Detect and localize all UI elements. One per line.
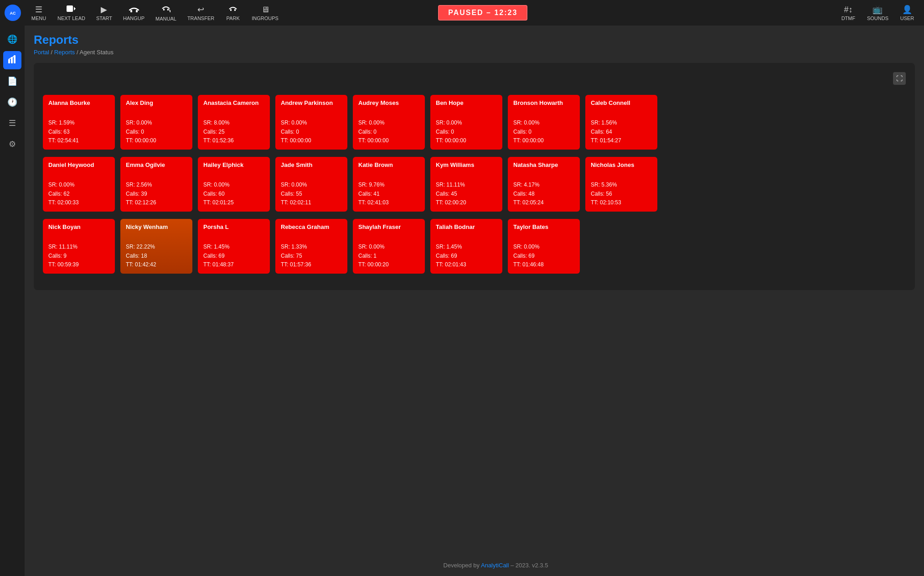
nav-right-section: #↕ DTMF 📺 SOUNDS 👤 USER: [836, 3, 919, 23]
agent-card-taylor-bates[interactable]: Taylor Bates SR: 0.00%Calls: 69TT: 01:46…: [508, 219, 580, 274]
footer: Developed by AnalytiCall – 2023. v2.3.5: [34, 555, 924, 576]
agent-card-daniel-heywood[interactable]: Daniel Heywood SR: 0.00%Calls: 62TT: 02:…: [43, 157, 115, 212]
agent-card-nick-boyan[interactable]: Nick Boyan SR: 11.11%Calls: 9TT: 00:59:3…: [43, 219, 115, 274]
app-logo[interactable]: AC: [5, 5, 21, 21]
agent-row-3: Nick Boyan SR: 11.11%Calls: 9TT: 00:59:3…: [43, 219, 906, 274]
hangup-button[interactable]: HANGUP: [119, 3, 149, 23]
agent-stats: SR: 0.00%Calls: 0TT: 00:00:00: [358, 119, 389, 145]
agent-name: Hailey Elphick: [203, 161, 264, 169]
agent-name: Nicky Wenham: [126, 223, 187, 231]
agent-stats: SR: 0.00%Calls: 55TT: 02:02:11: [281, 181, 311, 207]
agent-card-nicky-wenham[interactable]: Nicky Wenham SR: 22.22%Calls: 18TT: 01:4…: [120, 219, 192, 274]
agent-stats: SR: 0.00%Calls: 0TT: 00:00:00: [126, 119, 156, 145]
agent-card-katie-brown[interactable]: Katie Brown SR: 9.76%Calls: 41TT: 02:41:…: [353, 157, 425, 212]
breadcrumb-portal[interactable]: Portal: [34, 49, 49, 56]
agent-stats: SR: 0.00%Calls: 0TT: 00:00:00: [513, 119, 544, 145]
menu-icon: ☰: [35, 5, 42, 15]
agent-name: Natasha Sharpe: [513, 161, 574, 169]
agent-card-alex-ding[interactable]: Alex Ding SR: 0.00%Calls: 0TT: 00:00:00: [120, 95, 192, 150]
svg-rect-2: [67, 5, 73, 12]
agent-card-kym-williams[interactable]: Kym Williams SR: 11.11%Calls: 45TT: 02:0…: [430, 157, 502, 212]
agent-name: Alex Ding: [126, 99, 187, 107]
ingroups-button[interactable]: 🖥 INGROUPS: [247, 3, 283, 23]
agent-card-porsha-l[interactable]: Porsha L SR: 1.45%Calls: 69TT: 01:48:37: [198, 219, 270, 274]
sounds-icon: 📺: [872, 5, 883, 15]
menu-button[interactable]: ☰ MENU: [26, 3, 51, 23]
agent-name: Taliah Bodnar: [436, 223, 497, 231]
agent-card-alanna-bourke[interactable]: Alanna Bourke SR: 1.59%Calls: 63TT: 02:5…: [43, 95, 115, 150]
user-button[interactable]: 👤 USER: [895, 3, 919, 23]
next-lead-button[interactable]: NEXT LEAD: [53, 3, 90, 23]
start-button[interactable]: ▶ START: [92, 3, 117, 23]
user-icon: 👤: [902, 5, 912, 15]
agent-card-andrew-parkinson[interactable]: Andrew Parkinson SR: 0.00%Calls: 0TT: 00…: [275, 95, 347, 150]
sidebar-item-globe[interactable]: 🌐: [3, 30, 21, 48]
park-button[interactable]: PARK: [221, 3, 245, 23]
sounds-button[interactable]: 📺 SOUNDS: [862, 3, 893, 23]
agent-row-2: Daniel Heywood SR: 0.00%Calls: 62TT: 02:…: [43, 157, 906, 212]
agent-name: Andrew Parkinson: [281, 99, 342, 107]
status-badge: PAUSED – 12:23: [438, 5, 527, 21]
agent-name: Taylor Bates: [513, 223, 574, 231]
agent-card-rebecca-graham[interactable]: Rebecca Graham SR: 1.33%Calls: 75TT: 01:…: [275, 219, 347, 274]
agent-card-ben-hope[interactable]: Ben Hope SR: 0.00%Calls: 0TT: 00:00:00: [430, 95, 502, 150]
footer-link[interactable]: AnalytiCall: [481, 562, 509, 569]
hangup-icon: [129, 5, 139, 15]
agent-grid-container: ⛶ Alanna Bourke SR: 1.59%Calls: 63TT: 02…: [34, 63, 915, 290]
manual-button[interactable]: MANUAL: [151, 3, 181, 23]
expand-button[interactable]: ⛶: [893, 72, 906, 85]
agent-card-nicholas-jones[interactable]: Nicholas Jones SR: 5.36%Calls: 56TT: 02:…: [585, 157, 657, 212]
agent-name: Nick Boyan: [48, 223, 109, 231]
agent-stats: SR: 0.00%Calls: 62TT: 02:00:33: [48, 181, 79, 207]
agent-card-emma-ogilvie[interactable]: Emma Ogilvie SR: 2.56%Calls: 39TT: 02:12…: [120, 157, 192, 212]
agent-card-audrey-moses[interactable]: Audrey Moses SR: 0.00%Calls: 0TT: 00:00:…: [353, 95, 425, 150]
agent-name: Audrey Moses: [358, 99, 419, 107]
agent-row-1: Alanna Bourke SR: 1.59%Calls: 63TT: 02:5…: [43, 95, 906, 150]
agent-card-taliah-bodnar[interactable]: Taliah Bodnar SR: 1.45%Calls: 69TT: 02:0…: [430, 219, 502, 274]
agent-card-anastacia-cameron[interactable]: Anastacia Cameron SR: 8.00%Calls: 25TT: …: [198, 95, 270, 150]
agent-stats: SR: 8.00%Calls: 25TT: 01:52:36: [203, 119, 234, 145]
dtmf-icon: #↕: [844, 5, 852, 15]
sidebar-item-history[interactable]: 🕐: [3, 93, 21, 111]
agent-name: Alanna Bourke: [48, 99, 109, 107]
svg-text:AC: AC: [10, 11, 16, 16]
agent-stats: SR: 1.56%Calls: 64TT: 01:54:27: [591, 119, 621, 145]
agent-stats: SR: 1.45%Calls: 69TT: 01:48:37: [203, 243, 234, 269]
agent-card-jade-smith[interactable]: Jade Smith SR: 0.00%Calls: 55TT: 02:02:1…: [275, 157, 347, 212]
agent-name: Nicholas Jones: [591, 161, 652, 169]
agent-card-bronson-howarth[interactable]: Bronson Howarth SR: 0.00%Calls: 0TT: 00:…: [508, 95, 580, 150]
agent-name: Daniel Heywood: [48, 161, 109, 169]
agent-card-natasha-sharpe[interactable]: Natasha Sharpe SR: 4.17%Calls: 48TT: 02:…: [508, 157, 580, 212]
agent-card-hailey-elphick[interactable]: Hailey Elphick SR: 0.00%Calls: 60TT: 02:…: [198, 157, 270, 212]
agent-card-caleb-connell[interactable]: Caleb Connell SR: 1.56%Calls: 64TT: 01:5…: [585, 95, 657, 150]
sidebar-item-settings[interactable]: ⚙: [3, 135, 21, 153]
agent-stats: SR: 11.11%Calls: 45TT: 02:00:20: [436, 181, 466, 207]
breadcrumb-reports[interactable]: Reports: [54, 49, 75, 56]
agent-name: Bronson Howarth: [513, 99, 574, 107]
start-icon: ▶: [101, 5, 107, 15]
sidebar-item-chart[interactable]: [3, 51, 21, 69]
transfer-button[interactable]: ↩ TRANSFER: [183, 3, 219, 23]
agent-stats: SR: 1.59%Calls: 63TT: 02:54:41: [48, 119, 79, 145]
svg-point-8: [170, 10, 170, 12]
agent-name: Katie Brown: [358, 161, 419, 169]
agent-stats: SR: 4.17%Calls: 48TT: 02:05:24: [513, 181, 544, 207]
agent-stats: SR: 11.11%Calls: 9TT: 00:59:39: [48, 243, 79, 269]
agent-stats: SR: 1.45%Calls: 69TT: 02:01:43: [436, 243, 466, 269]
agent-name: Emma Ogilvie: [126, 161, 187, 169]
agent-stats: SR: 22.22%Calls: 18TT: 01:42:42: [126, 243, 156, 269]
svg-rect-10: [234, 9, 236, 11]
sidebar-item-document[interactable]: 📄: [3, 72, 21, 90]
next-lead-icon: [67, 5, 76, 15]
svg-rect-4: [130, 10, 132, 12]
ingroups-icon: 🖥: [261, 5, 269, 15]
manual-icon: [161, 5, 170, 15]
dtmf-button[interactable]: #↕ DTMF: [836, 3, 861, 23]
svg-rect-11: [8, 59, 10, 63]
agent-name: Porsha L: [203, 223, 264, 231]
agent-stats: SR: 0.00%Calls: 0TT: 00:00:00: [436, 119, 466, 145]
agent-stats: SR: 2.56%Calls: 39TT: 02:12:26: [126, 181, 156, 207]
agent-card-shaylah-fraser[interactable]: Shaylah Fraser SR: 0.00%Calls: 1TT: 00:0…: [353, 219, 425, 274]
svg-rect-7: [167, 9, 169, 10]
sidebar-item-list[interactable]: ☰: [3, 114, 21, 132]
